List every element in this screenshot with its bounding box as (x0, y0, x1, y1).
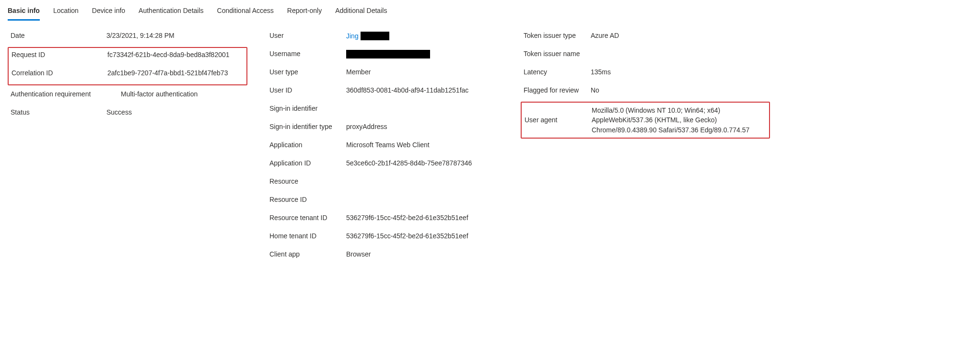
row-home-tenant-id: Home tenant ID 536279f6-15cc-45f2-be2d-6… (267, 228, 502, 246)
row-client-app: Client app Browser (267, 246, 502, 265)
label-application: Application (269, 141, 346, 149)
redacted-username (346, 50, 430, 58)
label-auth-requirement: Authentication requirement (11, 90, 121, 98)
label-signin-identifier-type: Sign-in identifier type (269, 123, 346, 130)
row-user-id: User ID 360df853-0081-4b0d-af94-11dab125… (267, 82, 502, 101)
value-user-id: 360df853-0081-4b0d-af94-11dab1251fac (346, 86, 499, 94)
row-correlation-id: Correlation ID 2afc1be9-7207-4f7a-bbd1-5… (9, 66, 246, 84)
label-resource-id: Resource ID (269, 196, 346, 203)
value-home-tenant-id: 536279f6-15cc-45f2-be2d-61e352b51eef (346, 232, 499, 240)
label-resource-tenant-id: Resource tenant ID (269, 214, 346, 222)
label-user-agent: User agent (525, 116, 592, 124)
label-token-issuer-name: Token issuer name (524, 50, 591, 58)
row-status: Status Success (8, 105, 247, 123)
row-application-id: Application ID 5e3ce6c0-2b1f-4285-8d4b-7… (267, 155, 502, 174)
label-user: User (269, 32, 346, 39)
row-user-type: User type Member (267, 64, 502, 82)
value-user-type: Member (346, 68, 499, 76)
row-username: Username (267, 46, 502, 64)
tab-basic-info[interactable]: Basic info (8, 4, 40, 21)
value-username (346, 50, 499, 58)
value-user: Jing (346, 32, 499, 40)
label-client-app: Client app (269, 250, 346, 258)
row-latency: Latency 135ms (521, 64, 770, 82)
row-auth-requirement: Authentication requirement Multi-factor … (8, 86, 247, 105)
label-resource: Resource (269, 177, 346, 185)
row-application: Application Microsoft Teams Web Client (267, 137, 502, 155)
column-token: Token issuer type Azure AD Token issuer … (521, 28, 770, 140)
value-latency: 135ms (591, 68, 767, 76)
row-signin-identifier: Sign-in identifier (267, 101, 502, 119)
value-token-issuer-type: Azure AD (591, 32, 767, 39)
value-correlation-id: 2afc1be9-7207-4f7a-bbd1-521bf47feb73 (107, 69, 244, 77)
tab-conditional-access[interactable]: Conditional Access (217, 4, 274, 21)
label-flagged: Flagged for review (524, 86, 591, 94)
user-link[interactable]: Jing (346, 32, 359, 40)
label-signin-identifier: Sign-in identifier (269, 105, 346, 112)
label-correlation-id: Correlation ID (12, 69, 107, 77)
tab-bar: Basic info Location Device info Authenti… (8, 4, 972, 21)
row-date: Date 3/23/2021, 9:14:28 PM (8, 28, 247, 46)
label-application-id: Application ID (269, 159, 346, 167)
row-resource-id: Resource ID (267, 192, 502, 210)
details-columns: Date 3/23/2021, 9:14:28 PM Request ID fc… (8, 28, 972, 265)
row-flagged: Flagged for review No (521, 82, 770, 101)
label-date: Date (11, 32, 106, 39)
value-request-id: fc73342f-621b-4ecd-8da9-bed8a3f82001 (107, 51, 244, 58)
row-signin-identifier-type: Sign-in identifier type proxyAddress (267, 119, 502, 137)
label-token-issuer-type: Token issuer type (524, 32, 591, 39)
label-status: Status (11, 108, 106, 116)
label-home-tenant-id: Home tenant ID (269, 232, 346, 240)
row-token-issuer-type: Token issuer type Azure AD (521, 28, 770, 46)
redacted-user-surname (361, 32, 389, 40)
value-resource-tenant-id: 536279f6-15cc-45f2-be2d-61e352b51eef (346, 214, 499, 222)
value-application: Microsoft Teams Web Client (346, 141, 499, 149)
row-resource-tenant-id: Resource tenant ID 536279f6-15cc-45f2-be… (267, 210, 502, 228)
highlight-box-ids: Request ID fc73342f-621b-4ecd-8da9-bed8a… (8, 47, 247, 85)
value-date: 3/23/2021, 9:14:28 PM (106, 32, 245, 39)
tab-device-info[interactable]: Device info (92, 4, 125, 21)
tab-location[interactable]: Location (53, 4, 79, 21)
value-user-agent: Mozilla/5.0 (Windows NT 10.0; Win64; x64… (592, 105, 766, 135)
tab-additional-details[interactable]: Additional Details (335, 4, 387, 21)
value-signin-identifier-type: proxyAddress (346, 123, 499, 130)
label-user-id: User ID (269, 86, 346, 94)
label-user-type: User type (269, 68, 346, 76)
column-basic: Date 3/23/2021, 9:14:28 PM Request ID fc… (8, 28, 247, 123)
row-user: User Jing (267, 28, 502, 46)
label-username: Username (269, 50, 346, 58)
value-flagged: No (591, 86, 767, 94)
row-user-agent: User agent Mozilla/5.0 (Windows NT 10.0;… (522, 103, 769, 138)
tab-report-only[interactable]: Report-only (287, 4, 322, 21)
row-request-id: Request ID fc73342f-621b-4ecd-8da9-bed8a… (9, 48, 246, 66)
value-application-id: 5e3ce6c0-2b1f-4285-8d4b-75ee78787346 (346, 159, 499, 167)
label-latency: Latency (524, 68, 591, 76)
highlight-box-user-agent: User agent Mozilla/5.0 (Windows NT 10.0;… (521, 102, 770, 139)
row-token-issuer-name: Token issuer name (521, 46, 770, 64)
value-auth-requirement: Multi-factor authentication (121, 90, 245, 98)
row-resource: Resource (267, 174, 502, 192)
tab-authentication-details[interactable]: Authentication Details (139, 4, 203, 21)
value-status: Success (106, 108, 245, 116)
label-request-id: Request ID (12, 51, 107, 58)
column-user: User Jing Username User type Member User… (267, 28, 502, 265)
value-client-app: Browser (346, 250, 499, 258)
